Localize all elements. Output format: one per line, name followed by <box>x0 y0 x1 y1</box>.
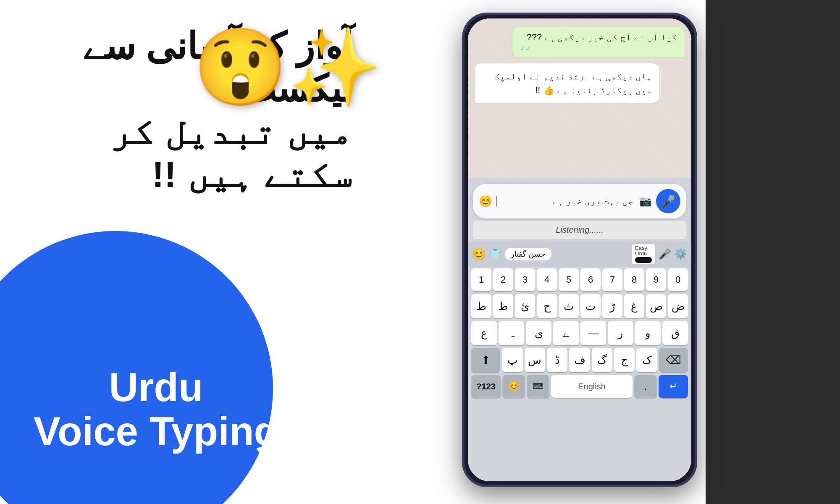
key-the[interactable]: ث <box>559 294 579 318</box>
key-4[interactable]: 4 <box>537 268 557 291</box>
toolbar-gear-icon[interactable]: ⚙️ <box>675 248 687 260</box>
space-key[interactable]: English <box>551 375 633 398</box>
urdu-row-3: ⬆ پ س ڈ ف گ ج ک ⌫ <box>468 346 691 373</box>
key-waw[interactable]: و <box>635 321 661 345</box>
key-rra[interactable]: ڑ <box>602 294 622 318</box>
chat-bubble-1: کیا آپ نے آج کی خبر دیکھی ہے ??? ✓✓ <box>512 27 685 58</box>
keyboard-area: 😊 جی بہت بری خبر ہے 📷 🎤 Listening...... … <box>468 178 691 481</box>
numbers-toggle-key[interactable]: ?123 <box>471 375 501 398</box>
key-he[interactable]: ح <box>537 294 557 318</box>
key-ye[interactable]: ی <box>526 321 551 345</box>
urdu-label: Urdu <box>635 251 647 256</box>
enter-key[interactable]: ↵ <box>659 375 688 398</box>
key-re[interactable]: ر <box>608 321 633 345</box>
key-te[interactable]: ت <box>580 294 601 318</box>
camera-button[interactable]: 📷 <box>639 195 652 207</box>
key-7[interactable]: 7 <box>602 268 622 291</box>
key-3[interactable]: 3 <box>515 268 535 291</box>
mic-large-button[interactable]: 🎤 <box>656 189 680 213</box>
toolbar-mic-icon[interactable]: 🎤 <box>659 248 671 260</box>
urdu-label-line2: Voice Typing <box>34 409 278 454</box>
chat-tick: ✓✓ <box>520 45 531 52</box>
key-6[interactable]: 6 <box>580 268 601 291</box>
phone-mockup: کیا آپ نے آج کی خبر دیکھی ہے ??? ✓✓ ہاں … <box>462 13 697 487</box>
toolbar-shirt-icon[interactable]: 👕 <box>489 248 501 260</box>
key-seen[interactable]: س <box>525 348 545 372</box>
keyboard-toolbar: 😊 👕 حسن گفتار Easy Urdu 🎤 ⚙️ <box>468 242 691 267</box>
font-name-button[interactable]: حسن گفتار <box>505 248 551 260</box>
chat-area: کیا آپ نے آج کی خبر دیکھی ہے ??? ✓✓ ہاں … <box>468 18 691 178</box>
input-bar[interactable]: 😊 جی بہت بری خبر ہے 📷 🎤 <box>473 184 686 218</box>
key-dal[interactable]: ڈ <box>547 348 567 372</box>
period-key[interactable]: . <box>634 375 657 398</box>
key-8[interactable]: 8 <box>624 268 644 291</box>
phone-body: کیا آپ نے آج کی خبر دیکھی ہے ??? ✓✓ ہاں … <box>462 13 697 487</box>
chat-bubble-2-text: ہاں دیکھی ہے ارشد ندیم نے اولمپک میں ریک… <box>494 71 652 95</box>
backspace-key[interactable]: ⌫ <box>659 348 688 372</box>
dark-right-panel <box>706 0 840 504</box>
key-kaf[interactable]: ک <box>636 348 657 372</box>
key-pe[interactable]: پ <box>502 348 522 372</box>
urdu-row-2: ع ہ ی ے — ر و ق <box>468 320 691 346</box>
key-9[interactable]: 9 <box>646 268 666 291</box>
key-zad[interactable]: ض <box>668 294 688 318</box>
listening-status: Listening...... <box>473 221 686 239</box>
urdu-row-1: ط ظ ئ ح ث ت ڑ غ ص ض <box>468 293 691 320</box>
key-ain[interactable]: ع <box>471 321 497 345</box>
key-sad[interactable]: ص <box>646 294 666 318</box>
key-gaf[interactable]: گ <box>592 348 612 372</box>
key-zoa[interactable]: ظ <box>493 294 513 318</box>
urdu-headline-line2: میں تبدیل کر سکتے ہیں !! <box>25 110 353 195</box>
key-1[interactable]: 1 <box>471 268 491 291</box>
bottom-labels: Urdu Voice Typing <box>34 365 278 454</box>
easy-urdu-toggle[interactable]: Easy Urdu <box>632 244 655 264</box>
number-row: 1 2 3 4 5 6 7 8 9 0 <box>468 267 691 293</box>
key-qaf[interactable]: ق <box>662 321 688 345</box>
key-te2[interactable]: — <box>580 321 606 345</box>
bottom-emoji-key[interactable]: 😊 <box>502 375 525 398</box>
key-2[interactable]: 2 <box>493 268 513 291</box>
shift-key[interactable]: ⬆ <box>471 348 500 372</box>
surprise-emoji: 😲✨ <box>193 23 382 112</box>
key-ye-hamza[interactable]: ئ <box>515 294 535 318</box>
chat-bubble-2: ہاں دیکھی ہے ارشد ندیم نے اولمپک میں ریک… <box>475 63 659 103</box>
key-jim[interactable]: ج <box>614 348 635 372</box>
emoji-button[interactable]: 😊 <box>479 195 492 208</box>
key-0[interactable]: 0 <box>668 268 688 291</box>
toggle-bar[interactable] <box>635 257 652 263</box>
phone-inner: کیا آپ نے آج کی خبر دیکھی ہے ??? ✓✓ ہاں … <box>468 18 691 481</box>
key-ghain[interactable]: غ <box>624 294 644 318</box>
keyboard-switch-key[interactable]: ⌨ <box>527 375 549 398</box>
key-heh[interactable]: ہ <box>499 321 524 345</box>
toolbar-emoji-icon[interactable]: 😊 <box>472 248 486 261</box>
chat-bubble-1-text: کیا آپ نے آج کی خبر دیکھی ہے ??? <box>526 32 677 42</box>
key-5[interactable]: 5 <box>559 268 579 291</box>
key-ye2[interactable]: ے <box>553 321 579 345</box>
text-input-field[interactable]: جی بہت بری خبر ہے <box>496 196 635 207</box>
key-fa[interactable]: ف <box>569 348 590 372</box>
keyboard-bottom-row: ?123 😊 ⌨ English . ↵ <box>468 373 691 399</box>
key-ta[interactable]: ط <box>471 294 491 318</box>
urdu-label-line1: Urdu <box>34 365 278 410</box>
